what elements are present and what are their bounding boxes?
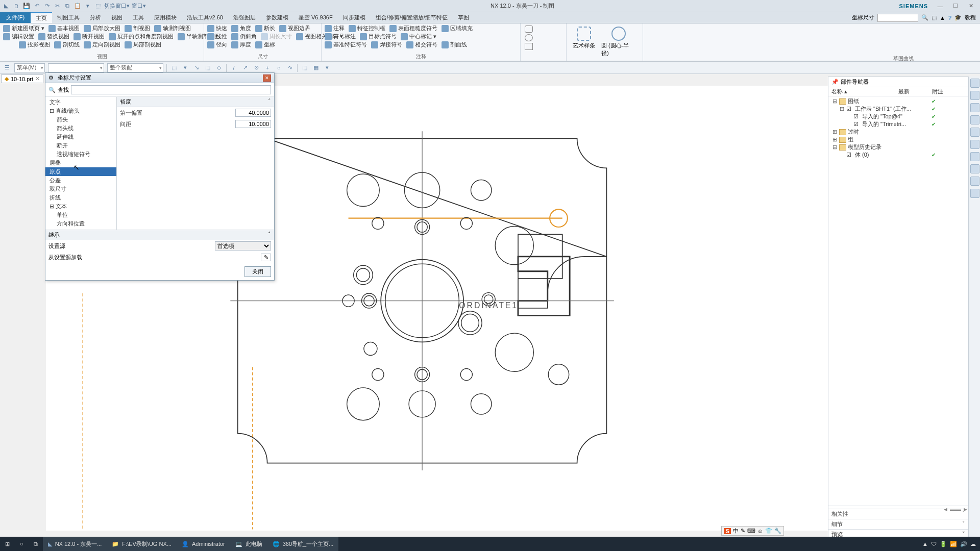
dim-ordinate-button[interactable]: 坐标 <box>255 41 275 48</box>
spline-button[interactable]: 艺术样条 <box>570 24 598 52</box>
tree-node[interactable]: 断开 <box>45 141 116 150</box>
tree-node[interactable]: 原点 <box>45 167 116 176</box>
task-nx[interactable]: ◣NX 12.0 - 东吴一... <box>43 537 107 551</box>
ribbon-search-input[interactable] <box>877 14 918 22</box>
assembly-dropdown[interactable]: 整个装配 <box>107 63 163 72</box>
nav-row[interactable]: ☑体 (0)✔ <box>830 151 966 159</box>
detail-view-button[interactable]: 局部放大图 <box>84 24 120 32</box>
res-icon-5[interactable] <box>970 128 979 137</box>
sel-icon-1[interactable]: ⬚ <box>170 64 178 72</box>
system-tray[interactable]: ▲🛡🔋📶🔊☁ <box>922 541 980 547</box>
col-notes[interactable]: 附注 <box>932 88 966 95</box>
sel-icon-11[interactable]: ∿ <box>286 64 294 72</box>
tab-haochen[interactable]: 浩辰工具v2.60 <box>182 12 228 23</box>
circle-button[interactable]: 圆 (圆心-半径) <box>598 24 640 59</box>
task-browser[interactable]: 🌐360导航_一个主页... <box>267 537 339 551</box>
tree-node[interactable]: 双尺寸 <box>45 185 116 193</box>
collapse-icon[interactable]: ˄ <box>268 98 271 106</box>
dim-angle-button[interactable]: 角度 <box>231 24 251 32</box>
tutorial-label[interactable]: 教程 <box>965 14 976 21</box>
weld-symbol-button[interactable]: 焊接符号 <box>371 41 402 48</box>
surface-finish-button[interactable]: 表面粗糙度符号 <box>389 24 437 32</box>
nav-row[interactable]: ⊞过时 <box>830 128 966 136</box>
sel-icon-6[interactable]: / <box>230 64 238 72</box>
tree-node[interactable]: 公差 <box>45 176 116 185</box>
dim-thickness-button[interactable]: 厚度 <box>231 41 251 48</box>
search-button[interactable]: ○ <box>15 537 29 551</box>
tree-node[interactable]: 延伸线 <box>45 133 116 141</box>
dialog-search-input[interactable] <box>71 85 271 94</box>
res-icon-2[interactable] <box>970 91 979 100</box>
res-icon-4[interactable] <box>970 115 979 124</box>
qat-window-label[interactable]: 窗口▾ <box>132 2 146 10</box>
sel-icon-10[interactable]: ○ <box>275 64 283 72</box>
dim-linear-button[interactable]: 线性 <box>207 33 227 40</box>
dim-radial-button[interactable]: 径向 <box>207 41 227 48</box>
tree-node[interactable]: 箭头 <box>45 115 116 124</box>
col-latest[interactable]: 最新 <box>898 88 932 95</box>
projection-view-button[interactable]: 投影视图 <box>19 41 50 48</box>
tab-param[interactable]: 参数建模 <box>261 12 293 23</box>
tab-layers[interactable]: 浩强图层 <box>228 12 261 23</box>
ime-toolbar[interactable]: S 中✎⌨☺👕🔧 <box>721 526 784 536</box>
part-close-icon[interactable]: ✕ <box>35 76 40 82</box>
sel-icon-7[interactable]: ↗ <box>241 64 249 72</box>
res-icon-10[interactable] <box>970 189 979 198</box>
tree-node[interactable]: 箭头线 <box>45 124 116 133</box>
nav-row[interactable]: ⊟☑工作表 "SHT1" (工作...✔ <box>830 105 966 113</box>
dialog-titlebar[interactable]: ⚙ 坐标尺寸设置 ✕ <box>45 73 274 83</box>
start-button[interactable]: ⊞ <box>0 537 15 551</box>
shape-icon-2[interactable] <box>525 34 533 41</box>
replace-view-button[interactable]: 替换视图 <box>38 33 69 40</box>
sel-icon-9[interactable]: + <box>263 64 272 72</box>
base-view-button[interactable]: 基本视图 <box>48 24 80 32</box>
minimize-button[interactable]: — <box>933 2 947 11</box>
res-icon-7[interactable] <box>970 152 979 161</box>
nav-row[interactable]: ⊟模型历史记录 <box>830 143 966 151</box>
local-section-button[interactable]: 局部剖视图 <box>125 41 161 48</box>
tab-combine[interactable]: 组合/修剪/偏置缩放/细节特征 <box>371 12 453 23</box>
eyedropper-icon[interactable]: ✎ <box>261 254 271 261</box>
res-icon-8[interactable] <box>970 164 979 173</box>
section-view-button[interactable]: 剖视图 <box>125 24 150 32</box>
taskview-button[interactable]: ⧉ <box>29 537 43 551</box>
qat-new-icon[interactable]: 🗋 <box>12 2 20 10</box>
hatch-button[interactable]: 剖面线 <box>442 41 467 48</box>
file-tab[interactable]: 文件(F) <box>0 12 31 23</box>
dim-perimeter-button[interactable]: 周长尺寸 <box>261 33 292 40</box>
res-icon-1[interactable] <box>970 79 979 88</box>
tutorial-icon[interactable]: 🎓 <box>954 14 962 21</box>
search-icon[interactable]: 🔍 <box>921 14 928 21</box>
new-sheet-button[interactable]: 新建图纸页 ▾ <box>3 24 44 32</box>
unfold-section-button[interactable]: 展开的点和角度剖视图 <box>109 33 174 40</box>
nav-row[interactable]: ☑导入的 "Trimetri...✔ <box>830 120 966 128</box>
note-button[interactable]: 注释 <box>325 24 345 32</box>
center-mark-button[interactable]: 中心标记 ▾ <box>401 33 436 40</box>
dialog-close-button[interactable]: ✕ <box>263 74 271 82</box>
nav-row[interactable]: ☑导入的 "Top@4"✔ <box>830 113 966 120</box>
tree-node[interactable]: 方向和位置 <box>45 219 116 228</box>
sel-icon-14[interactable]: ▾ <box>323 64 331 72</box>
dim-rapid-button[interactable]: 快速 <box>207 24 227 32</box>
res-icon-3[interactable] <box>970 103 979 112</box>
sel-icon-3[interactable]: ↘ <box>192 64 201 72</box>
qat-switch-label[interactable]: 切换窗口▾ <box>104 2 130 10</box>
feature-control-button[interactable]: 符号标注 <box>325 33 356 40</box>
source-select[interactable]: 首选项 <box>215 241 271 251</box>
tree-node[interactable]: ⊟ 文本 <box>45 202 116 211</box>
spacing-input[interactable] <box>235 120 271 128</box>
qat-paste-icon[interactable]: 📋 <box>74 2 82 10</box>
tree-node[interactable]: ⊟ 直线/箭头 <box>45 107 116 115</box>
maximize-button[interactable]: ☐ <box>948 2 963 11</box>
help-icon[interactable]: ? <box>948 15 951 21</box>
tab-home[interactable]: 主页 <box>31 12 52 23</box>
orient-section-button[interactable]: 定向剖视图 <box>84 41 120 48</box>
nav-row[interactable]: ⊞组 <box>830 136 966 143</box>
task-admin[interactable]: 👤Administrator <box>177 537 230 551</box>
col-name[interactable]: 名称 ▴ <box>831 88 898 95</box>
sel-icon-2[interactable]: ▾ <box>181 64 189 72</box>
tab-tools[interactable]: 工具 <box>128 12 149 23</box>
tree-node[interactable]: 文字 <box>45 98 116 107</box>
tab-sync[interactable]: 同步建模 <box>338 12 371 23</box>
dim-chamfer-button[interactable]: 倒斜角 <box>231 33 257 40</box>
